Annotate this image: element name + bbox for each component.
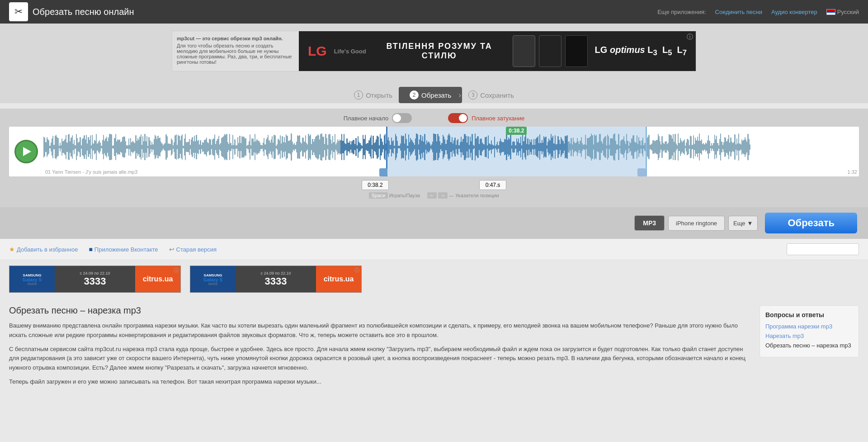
start-time-input[interactable] xyxy=(362,180,389,190)
ad-banner-1[interactable]: SAMSUNG Galaxy S DUOS с 24.09 по 22.10 3… xyxy=(9,266,181,293)
step-open: 1 Открыть xyxy=(343,87,403,103)
sidebar-link-3[interactable]: Обрезать песню – нарезка mp3 xyxy=(765,342,853,349)
smooth-end-toggle[interactable] xyxy=(448,113,468,123)
cut-button[interactable]: Обрезать xyxy=(765,213,857,233)
vkontakte-link[interactable]: ■ Приложение Вконтакте xyxy=(89,246,158,253)
header: ✂ Обрезать песню онлайн Еще приложения: … xyxy=(0,0,868,24)
nav-label: Еще приложения: xyxy=(657,9,706,15)
sidebar-box: Вопросы и ответы Программа нарезки mp3 Н… xyxy=(760,305,859,357)
selection-handle-left[interactable] xyxy=(379,168,387,176)
ads-section: SAMSUNG Galaxy S DUOS с 24.09 по 22.10 3… xyxy=(0,260,868,298)
sidebar-heading: Вопросы и ответы xyxy=(765,311,853,318)
banner-ad-image[interactable]: LG Life's Good ВТІЛЕННЯ РОЗУМУ ТА СТИЛЮ … xyxy=(299,31,696,71)
editor-area: Плавное начало Плавное затухание // We'l… xyxy=(0,109,868,207)
waveform-container[interactable]: // We'll generate via JS after render 0:… xyxy=(9,127,859,176)
language-label: Русский xyxy=(837,9,859,15)
sidebar-link-1[interactable]: Программа нарезки mp3 xyxy=(765,323,853,330)
banner-text: mp3cut — это сервис обрезки mp3 онлайн. … xyxy=(172,31,299,71)
nav-link-converter[interactable]: Аудио конвертер xyxy=(771,9,817,15)
smooth-controls: Плавное начало Плавное затухание xyxy=(9,113,859,123)
step-open-num: 1 xyxy=(354,90,363,100)
ad-banner-top: mp3cut — это сервис обрезки mp3 онлайн. … xyxy=(172,31,696,71)
article-para-1: Вашему вниманию представлена онлайн прог… xyxy=(9,321,750,340)
old-version-icon: ↩ xyxy=(169,246,175,253)
track-name: 01 Yann Tiersen - J'y suis jamais alle.m… xyxy=(45,169,137,175)
mp3-button[interactable]: MP3 xyxy=(634,215,665,231)
shortcut-space: Space Играть/Пауза xyxy=(369,193,420,198)
bottom-toolbar: MP3 iPhone ringtone Еще ▼ Обрезать xyxy=(0,207,868,239)
star-icon: ★ xyxy=(9,246,15,253)
sidebar-link-2[interactable]: Нарезать mp3 xyxy=(765,333,853,339)
favorites-link[interactable]: ★ Добавить в избранное xyxy=(9,246,78,253)
step-save-num: 3 xyxy=(468,90,477,100)
chevron-down-icon: ▼ xyxy=(747,220,753,227)
site-title: Обрезать песню онлайн xyxy=(33,7,134,17)
article-para-2: С бесплатным сервисом сайта mp3cut.ru на… xyxy=(9,345,750,373)
smooth-end-label: Плавное затухание xyxy=(472,115,524,122)
shortcut-arrows: ← → — Указатели позиции xyxy=(427,193,499,198)
left-key: ← xyxy=(427,192,437,199)
smooth-start-toggle[interactable] xyxy=(392,113,412,123)
steps-bar: 1 Открыть › 2 Обрезать › 3 Сохранить xyxy=(0,87,868,103)
step-save: 3 Сохранить xyxy=(458,87,525,103)
vk-icon: ■ xyxy=(89,246,92,253)
logo-icon: ✂ xyxy=(9,2,28,21)
old-version-link[interactable]: ↩ Старая версия xyxy=(169,246,217,253)
banner-text-body: Для того чтобы обрезать песню и создать … xyxy=(177,43,292,65)
smooth-end-control: Плавное затухание xyxy=(448,113,524,123)
more-formats-label: Еще xyxy=(733,220,745,227)
smooth-start-control: Плавное начало xyxy=(344,113,412,123)
ad-banner-2[interactable]: SAMSUNG Galaxy S DUOS с 24.09 по 22.10 3… xyxy=(190,266,362,293)
nav-link-join[interactable]: Соединить песни xyxy=(715,9,762,15)
old-version-label: Старая версия xyxy=(176,246,217,253)
logo-container: ✂ Обрезать песню онлайн xyxy=(9,2,134,21)
article: Обрезать песню – нарезка mp3 Вашему вним… xyxy=(9,305,750,391)
time-badge-start: 0:38.2 xyxy=(506,127,527,135)
ad-banner-1-close[interactable]: ⓘ xyxy=(174,267,179,274)
step-cut-label: Обрезать xyxy=(421,91,451,99)
selection-overlay[interactable]: 0:38.2 xyxy=(386,127,647,176)
more-formats-button[interactable]: Еще ▼ xyxy=(728,216,758,231)
play-button[interactable] xyxy=(14,140,38,163)
track-duration: 1:32 xyxy=(848,169,857,175)
links-bar: ★ Добавить в избранное ■ Приложение Вкон… xyxy=(0,239,868,260)
favorites-label: Добавить в избранное xyxy=(17,246,78,253)
end-time-group xyxy=(479,180,506,190)
waveform[interactable]: // We'll generate via JS after render 0:… xyxy=(43,127,859,176)
search-input[interactable] xyxy=(787,243,859,255)
selection-handle-right[interactable] xyxy=(637,168,646,176)
time-badge: 0:38.2 xyxy=(506,127,527,135)
ad-banner-2-close[interactable]: ⓘ xyxy=(354,267,359,274)
language-selector[interactable]: Русский xyxy=(826,9,859,15)
banner-text-bold: mp3cut — это сервис обрезки mp3 онлайн. xyxy=(177,36,294,41)
smooth-start-label: Плавное начало xyxy=(344,115,388,122)
vkontakte-label: Приложение Вконтакте xyxy=(94,246,158,253)
step-save-label: Сохранить xyxy=(480,91,514,99)
header-nav: Еще приложения: Соединить песни Аудио ко… xyxy=(657,9,859,15)
end-time-input[interactable] xyxy=(479,180,506,190)
play-icon xyxy=(23,147,31,156)
right-key: → xyxy=(438,192,448,199)
iphone-ringtone-button[interactable]: iPhone ringtone xyxy=(668,216,725,231)
start-time-group xyxy=(362,180,389,190)
article-heading: Обрезать песню – нарезка mp3 xyxy=(9,305,750,316)
article-para-3: Теперь файл загружен и его уже можно зап… xyxy=(9,377,750,387)
step-cut: 2 Обрезать xyxy=(399,87,462,103)
shortcuts-bar: Space Играть/Пауза ← → — Указатели позиц… xyxy=(9,193,859,198)
banner-close-icon[interactable]: ⓘ xyxy=(687,33,693,41)
space-key: Space xyxy=(369,192,387,199)
step-open-label: Открыть xyxy=(366,91,392,99)
flag-icon xyxy=(826,9,835,15)
time-inputs-row xyxy=(9,180,859,190)
content-area: Обрезать песню – нарезка mp3 Вашему вним… xyxy=(0,298,868,399)
step-cut-num: 2 xyxy=(410,90,419,100)
